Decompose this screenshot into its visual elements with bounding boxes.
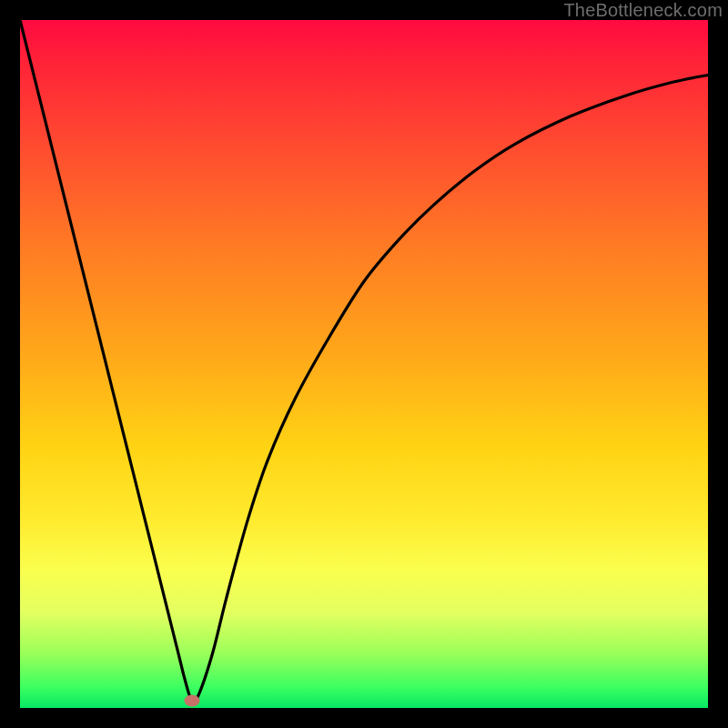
chart-frame [20,20,708,708]
watermark-text: TheBottleneck.com [563,0,723,21]
bottleneck-curve [20,20,708,708]
minimum-marker [185,695,200,707]
